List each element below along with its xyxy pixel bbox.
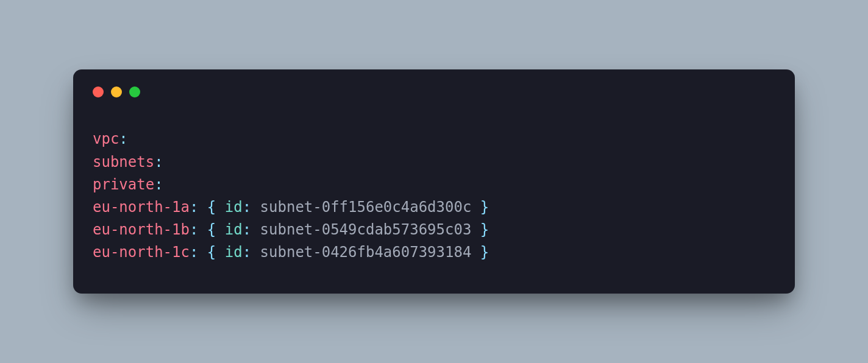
colon-punct: :	[154, 176, 163, 193]
open-brace-punct: {	[207, 221, 216, 238]
code-line: vpc:	[93, 130, 128, 147]
yaml-key: subnets	[93, 153, 154, 171]
code-line: eu-north-1a: { id: subnet-0ff156e0c4a6d3…	[93, 199, 489, 216]
colon-punct: :	[243, 199, 251, 216]
yaml-key: eu-north-1b	[93, 221, 190, 238]
yaml-key: eu-north-1c	[93, 244, 190, 261]
code-window: vpc: subnets: private: eu-north-1a: { id…	[73, 69, 795, 293]
colon-punct: :	[243, 221, 251, 238]
yaml-key: eu-north-1a	[93, 199, 190, 216]
window-minimize-icon[interactable]	[111, 86, 122, 97]
close-brace-punct: }	[480, 244, 489, 261]
code-line: eu-north-1c: { id: subnet-0426fb4a607393…	[93, 244, 489, 261]
window-titlebar	[73, 69, 795, 97]
id-key: id	[225, 199, 243, 216]
id-key: id	[225, 244, 243, 261]
open-brace-punct: {	[207, 244, 216, 261]
id-key: id	[225, 221, 243, 238]
code-line: eu-north-1b: { id: subnet-0549cdab573695…	[93, 221, 489, 238]
subnet-id-value: subnet-0426fb4a607393184	[260, 244, 472, 261]
yaml-key: private	[93, 176, 154, 193]
code-block: vpc: subnets: private: eu-north-1a: { id…	[73, 97, 795, 293]
subnet-id-value: subnet-0549cdab573695c03	[260, 221, 472, 238]
colon-punct: :	[154, 153, 163, 171]
code-line: private:	[93, 176, 163, 193]
colon-punct: :	[190, 199, 198, 216]
open-brace-punct: {	[207, 199, 216, 216]
colon-punct: :	[119, 130, 127, 147]
window-maximize-icon[interactable]	[129, 86, 140, 97]
window-close-icon[interactable]	[93, 86, 104, 97]
close-brace-punct: }	[480, 221, 489, 238]
colon-punct: :	[190, 221, 198, 238]
colon-punct: :	[243, 244, 251, 261]
yaml-key: vpc	[93, 130, 119, 147]
colon-punct: :	[190, 244, 198, 261]
close-brace-punct: }	[480, 199, 489, 216]
subnet-id-value: subnet-0ff156e0c4a6d300c	[260, 199, 472, 216]
code-line: subnets:	[93, 153, 163, 171]
